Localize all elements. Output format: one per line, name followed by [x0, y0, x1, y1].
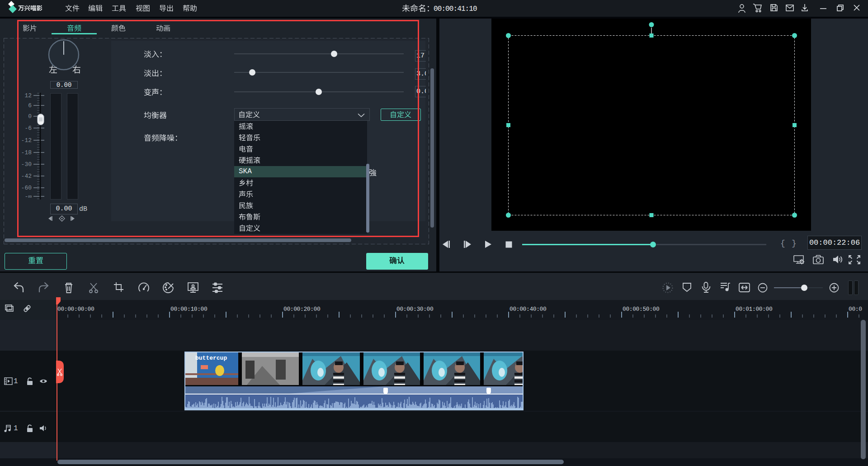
svg-text:buttercup: buttercup: [195, 355, 227, 361]
